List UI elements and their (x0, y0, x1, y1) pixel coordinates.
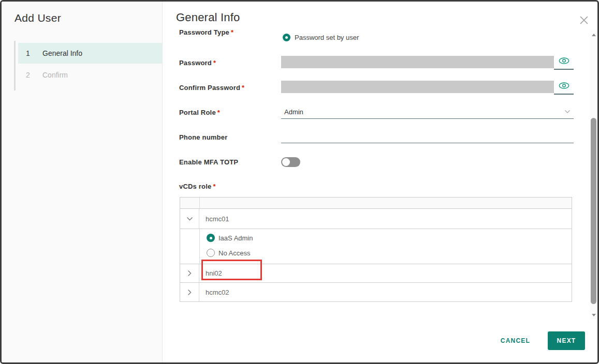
scroll-down-arrow-icon[interactable] (590, 311, 597, 318)
tree-header-row (180, 198, 572, 209)
radio-selected-icon (207, 234, 215, 242)
step-number: 1 (26, 49, 35, 57)
tree-row-hcmc02[interactable]: hcmc02 (180, 283, 572, 301)
step-confirm[interactable]: 2 Confirm (18, 65, 162, 85)
required-asterisk: * (231, 28, 233, 36)
role-label: IaaS Admin (218, 234, 253, 242)
next-button[interactable]: NEXT (548, 331, 585, 350)
required-asterisk: * (213, 183, 216, 190)
show-confirm-password-button[interactable] (554, 81, 574, 95)
dialog-footer: CANCEL NEXT (494, 331, 585, 350)
chevron-down-icon (186, 217, 193, 221)
password-label: Password* (179, 59, 216, 67)
required-asterisk: * (217, 109, 220, 116)
role-option-iaas-admin[interactable]: IaaS Admin (207, 234, 253, 242)
confirm-password-field-row (281, 81, 574, 95)
site-name: hcmc01 (206, 215, 229, 223)
required-asterisk: * (213, 59, 216, 67)
step-label: General Info (42, 49, 82, 57)
scrollbar-thumb[interactable] (591, 118, 596, 304)
eye-icon (558, 57, 570, 65)
required-asterisk: * (242, 84, 244, 92)
password-type-label: Password Type* (179, 28, 233, 36)
phone-number-label: Phone number (179, 133, 227, 141)
step-general-info[interactable]: 1 General Info (18, 43, 162, 64)
toggle-knob-icon (282, 158, 290, 166)
page-title: General Info (176, 11, 240, 24)
collapse-button[interactable] (180, 209, 199, 229)
step-label: Confirm (42, 71, 68, 79)
tree-row-hni02[interactable]: hni02 (180, 264, 572, 283)
confirm-password-label: Confirm Password* (179, 84, 244, 92)
radio-unselected-icon (207, 249, 215, 257)
portal-role-value: Admin (284, 108, 564, 116)
role-label: No Access (218, 249, 250, 257)
vcds-role-tree: hcmc01 IaaS Admin No Access hni02 (180, 197, 572, 302)
chevron-right-icon (187, 289, 192, 296)
password-input[interactable] (281, 56, 554, 68)
site-name: hni02 (206, 269, 222, 277)
portal-role-select[interactable]: Admin (281, 105, 574, 119)
expand-button[interactable] (180, 264, 199, 282)
confirm-password-input[interactable] (281, 81, 554, 93)
role-option-no-access[interactable]: No Access (207, 249, 250, 257)
radio-label: Password set by user (295, 34, 359, 41)
enable-mfa-label: Enable MFA TOTP (179, 158, 238, 166)
site-name: hcmc02 (206, 289, 229, 296)
eye-icon (558, 82, 570, 89)
show-password-button[interactable] (554, 56, 574, 70)
column-divider (199, 198, 200, 208)
cancel-button[interactable]: CANCEL (494, 333, 536, 348)
step-number: 2 (26, 71, 35, 79)
phone-number-input[interactable] (281, 130, 574, 143)
vcds-role-label: vCDs role* (179, 183, 216, 190)
add-user-dialog: Add User 1 General Info 2 Confirm Genera… (0, 0, 599, 364)
portal-role-label: Portal Role* (179, 109, 220, 116)
caret-down-icon (564, 110, 571, 114)
column-divider (199, 229, 200, 264)
wizard-sidebar: Add User 1 General Info 2 Confirm (2, 2, 163, 362)
tree-row-hcmc01[interactable]: hcmc01 (180, 209, 572, 229)
close-icon[interactable] (579, 15, 589, 25)
dialog-title: Add User (14, 12, 61, 24)
expand-button[interactable] (180, 283, 199, 301)
mfa-toggle[interactable] (281, 157, 300, 167)
radio-selected-icon (283, 34, 290, 41)
steps-track (14, 41, 16, 90)
password-type-radio[interactable]: Password set by user (283, 34, 359, 41)
scroll-up-arrow-icon[interactable] (590, 31, 597, 38)
vertical-scrollbar[interactable] (590, 30, 597, 320)
password-field-row (281, 56, 574, 70)
chevron-right-icon (187, 270, 192, 277)
tree-children-hcmc01: IaaS Admin No Access (180, 229, 572, 264)
